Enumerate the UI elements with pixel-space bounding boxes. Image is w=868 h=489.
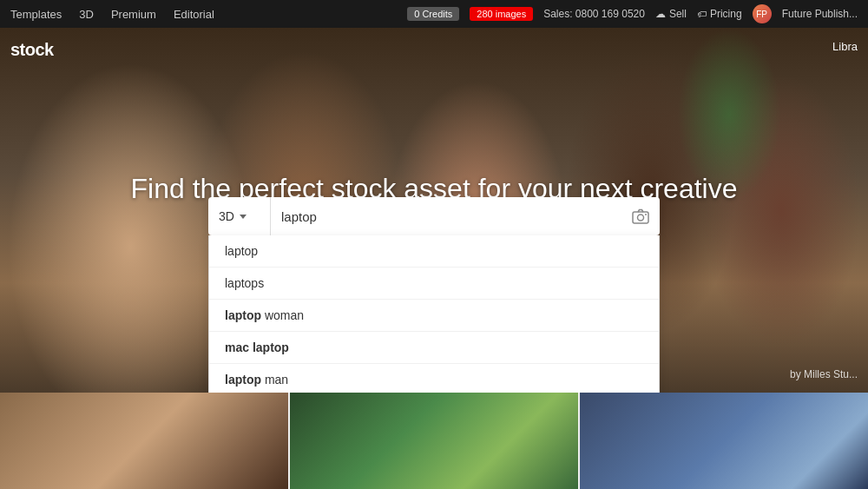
suggestion-text: laptop [225, 244, 258, 258]
svg-rect-0 [633, 212, 648, 223]
camera-icon [632, 208, 649, 224]
site-logo[interactable]: stock [10, 40, 54, 60]
suggestion-bold-part: laptop [225, 308, 261, 322]
nav-editorial[interactable]: Editorial [174, 8, 214, 21]
pricing-label: Pricing [710, 8, 742, 20]
chevron-down-icon [240, 215, 247, 219]
suggestion-laptop-woman[interactable]: laptop woman [209, 300, 659, 332]
suggestion-normal-part: man [261, 373, 288, 387]
svg-point-2 [645, 214, 647, 215]
pricing-link[interactable]: Pricing [697, 8, 742, 20]
sell-link[interactable]: Sell [655, 8, 687, 20]
suggestions-dropdown: laptop laptops laptop woman mac laptop l… [208, 235, 660, 393]
top-nav: Templates 3D Premium Editorial 0 Credits… [0, 0, 868, 28]
hero-section: stock Libra Find the perfect stock asset… [0, 28, 868, 393]
search-input[interactable] [271, 209, 621, 224]
user-name[interactable]: Future Publish... [782, 8, 858, 20]
suggestion-laptop[interactable]: laptop [209, 235, 659, 268]
thumbnail-2[interactable] [290, 393, 578, 489]
cloud-icon [655, 8, 666, 20]
nav-templates[interactable]: Templates [10, 8, 62, 21]
suggestion-laptops[interactable]: laptops [209, 268, 659, 300]
library-button[interactable]: Libra [832, 40, 858, 53]
suggestion-text: mac laptop [225, 340, 289, 354]
thumbnail-1[interactable] [0, 393, 288, 489]
search-type-label: 3D [219, 209, 234, 223]
suggestion-normal-part: woman [261, 308, 304, 322]
nav-links: Templates 3D Premium Editorial [10, 8, 214, 21]
search-bar: 3D [208, 197, 660, 235]
suggestion-text: laptops [225, 276, 264, 290]
search-container: 3D laptop laptops laptop w [208, 197, 660, 393]
avatar-initials: FP [756, 10, 767, 19]
nav-right: 0 Credits 280 images Sales: 0800 169 052… [407, 4, 858, 23]
camera-search-button[interactable] [621, 208, 660, 224]
tag-icon [697, 8, 707, 20]
thumbnail-3[interactable] [580, 393, 868, 489]
photo-credit: by Milles Stu... [790, 368, 858, 380]
nav-3d[interactable]: 3D [79, 8, 94, 21]
thumbnails-row [0, 393, 868, 489]
suggestion-mac-laptop[interactable]: mac laptop [209, 332, 659, 364]
svg-point-1 [638, 215, 644, 221]
sales-phone: Sales: 0800 169 0520 [543, 8, 645, 20]
suggestion-laptop-man[interactable]: laptop man [209, 364, 659, 393]
search-type-selector[interactable]: 3D [208, 197, 271, 235]
suggestion-bold-part: laptop [225, 373, 261, 387]
user-avatar[interactable]: FP [753, 4, 772, 23]
images-badge[interactable]: 280 images [470, 7, 533, 21]
credits-badge[interactable]: 0 Credits [407, 7, 459, 21]
nav-premium[interactable]: Premium [111, 8, 156, 21]
sell-label: Sell [669, 8, 687, 20]
